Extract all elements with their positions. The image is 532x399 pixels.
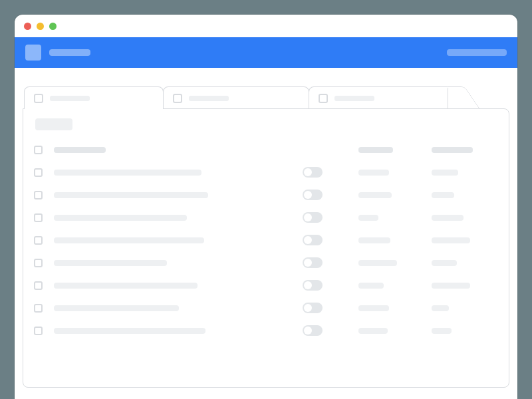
app-header [15,37,517,68]
table-row [34,161,498,184]
row-col2 [432,215,464,221]
row-toggle[interactable] [303,280,323,291]
table-row [34,184,498,206]
table-header-row [34,138,498,161]
content-area [15,68,517,388]
tab-bar [24,86,509,109]
tab-1-icon [34,94,43,103]
table-row [34,319,498,342]
row-name [54,192,208,198]
tab-2-label [189,96,229,101]
row-checkbox[interactable] [34,236,43,245]
row-col2 [432,283,470,289]
row-col1 [358,328,388,334]
row-col2 [432,147,473,153]
row-toggle[interactable] [303,303,323,313]
app-logo-icon[interactable] [25,45,41,61]
row-toggle[interactable] [303,212,323,223]
row-name [54,305,179,311]
row-col1 [358,283,384,289]
user-menu[interactable] [447,49,507,56]
row-checkbox[interactable] [34,327,43,335]
app-title [49,49,90,56]
table-row [34,251,498,274]
row-col1 [358,215,378,221]
table-row [34,297,498,319]
table-row [34,274,498,297]
row-col2 [432,237,470,243]
data-table [34,138,498,342]
row-toggle[interactable] [303,235,323,245]
window-zoom-icon[interactable] [49,23,57,30]
row-name [54,237,204,243]
row-checkbox[interactable] [34,281,43,290]
row-name [54,147,106,153]
tab-3-icon [319,94,328,103]
row-checkbox[interactable] [34,146,43,154]
tab-panel [23,108,509,388]
window-minimize-icon[interactable] [37,23,44,30]
tab-3[interactable] [309,86,448,109]
row-name [54,260,167,266]
row-col2 [432,192,454,198]
row-name [54,328,205,334]
row-toggle[interactable] [303,190,323,200]
row-checkbox[interactable] [34,168,43,177]
window-titlebar [15,15,517,37]
tab-2-icon [173,94,182,103]
tab-1-label [50,96,90,101]
section-label [35,118,72,130]
row-checkbox[interactable] [34,259,43,267]
row-col2 [432,328,452,334]
row-col1 [358,260,397,266]
row-checkbox[interactable] [34,304,43,313]
row-name [54,170,201,176]
row-checkbox[interactable] [34,191,43,200]
row-col1 [358,147,393,153]
window-close-icon[interactable] [24,23,31,30]
row-toggle[interactable] [303,325,323,336]
row-col1 [358,192,392,198]
tab-1[interactable] [24,86,164,109]
tab-2[interactable] [163,86,309,109]
tab-3-label [334,96,374,101]
row-col1 [358,305,389,311]
row-col2 [432,260,457,266]
row-toggle[interactable] [303,167,323,178]
row-name [54,283,198,289]
row-col1 [358,237,390,243]
row-name [54,215,187,221]
table-row [34,229,498,251]
row-col2 [432,170,458,176]
table-row [34,206,498,229]
row-toggle[interactable] [303,257,323,268]
row-col2 [432,305,449,311]
app-window [15,15,517,399]
row-col1 [358,170,389,176]
row-checkbox[interactable] [34,213,43,222]
